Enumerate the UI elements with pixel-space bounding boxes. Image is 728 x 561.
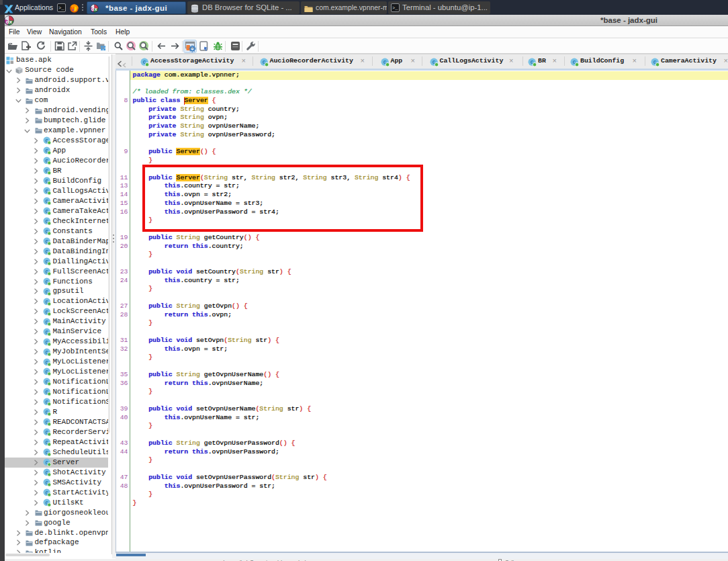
svg-text:>_: >_: [392, 5, 398, 11]
svg-text:>_: >_: [58, 5, 64, 11]
svg-text:dx: dx: [91, 7, 97, 11]
svg-text:dx: dx: [6, 19, 13, 25]
